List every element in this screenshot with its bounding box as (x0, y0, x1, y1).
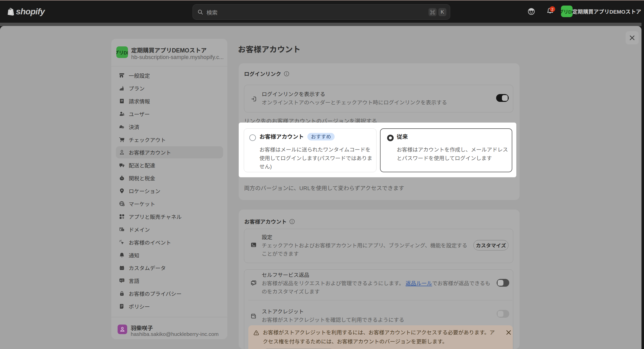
svg-text:文: 文 (122, 279, 124, 282)
svg-text:$: $ (121, 100, 123, 102)
svg-text:$: $ (123, 204, 124, 207)
svg-text:%: % (121, 177, 123, 180)
